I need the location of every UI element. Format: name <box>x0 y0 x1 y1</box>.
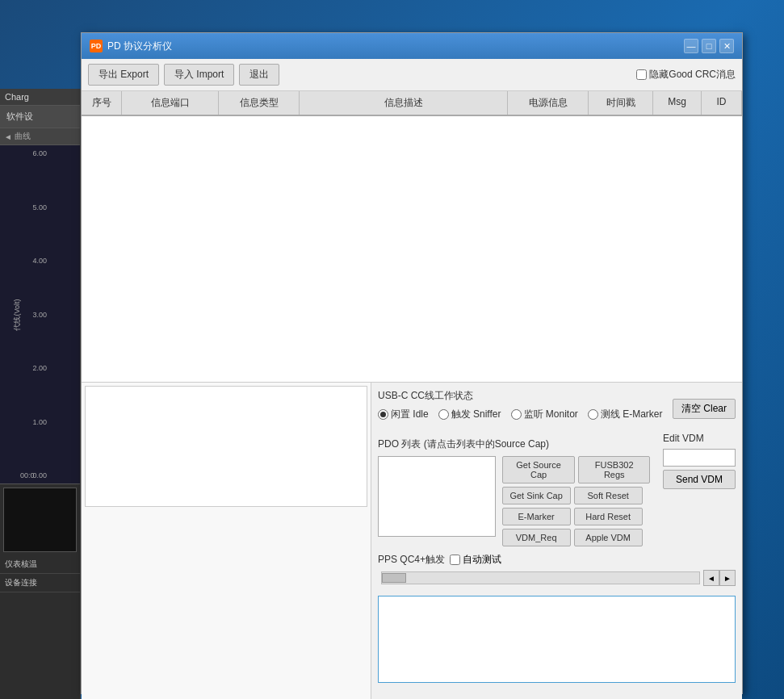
export-button[interactable]: 导出 Export <box>88 64 159 86</box>
vdm-req-button[interactable]: VDM_Req <box>502 529 571 546</box>
col-time: 时间戳 <box>589 91 653 115</box>
hide-good-crc-checkbox[interactable] <box>636 69 647 80</box>
auto-test-checkbox[interactable] <box>450 555 460 565</box>
radio-sniffer[interactable] <box>438 409 449 420</box>
vdm-title: Edit VDM <box>663 433 736 444</box>
maximize-button[interactable]: □ <box>702 39 716 53</box>
col-power: 电源信息 <box>508 91 589 115</box>
usb-status-section: USB-C CC线工作状态 闲置 Idle 触发 Sniffer <box>378 389 673 428</box>
thumbnail <box>3 488 77 552</box>
curve-label: 曲线 <box>15 131 31 142</box>
mode-monitor[interactable]: 监听 Monitor <box>511 408 578 421</box>
hide-good-crc-text: 隐藏Good CRC消息 <box>649 68 736 82</box>
y-labels: 6.00 5.00 4.00 3.00 2.00 1.00 0.00 <box>16 145 48 483</box>
chart-area: 代线(Volt) 6.00 5.00 4.00 3.00 2.00 1.00 0… <box>0 145 80 484</box>
sidebar-tab[interactable]: Charg <box>0 89 80 106</box>
pdo-buttons: Get Source Cap FUSB302 Regs Get Sink Cap… <box>502 456 650 546</box>
pps-title: PPS QC4+触发 <box>378 553 445 567</box>
pps-slider-container[interactable] <box>381 571 700 584</box>
table-area: 序号 信息端口 信息类型 信息描述 电源信息 时间戳 Msg ID <box>82 91 742 382</box>
pdo-btn-row-4: VDM_Req Apple VDM <box>502 529 650 546</box>
usb-status-row: USB-C CC线工作状态 闲置 Idle 触发 Sniffer <box>378 389 736 428</box>
vdm-section: Edit VDM Send VDM <box>663 433 736 489</box>
radio-idle[interactable] <box>378 409 388 420</box>
mode-emarker-label: 测线 E-Marker <box>601 408 663 421</box>
sidebar-tab-label: Charg <box>5 92 29 102</box>
col-id: ID <box>702 91 742 115</box>
toolbar-right: 隐藏Good CRC消息 <box>636 68 736 82</box>
pps-section: PPS QC4+触发 自动测试 <box>378 553 736 567</box>
title-bar: PD PD 协议分析仪 — □ ✕ <box>82 33 742 59</box>
device-connect: 设备连接 <box>0 574 80 592</box>
bottom-panel: USB-C CC线工作状态 闲置 Idle 触发 Sniffer <box>82 382 742 699</box>
prev-button[interactable]: ◄ <box>703 570 719 586</box>
next-button[interactable]: ► <box>719 570 736 586</box>
pdo-list[interactable] <box>378 456 496 537</box>
software-settings-btn[interactable]: 软件设 <box>0 106 80 128</box>
mode-sniffer-label: 触发 Sniffer <box>451 408 501 421</box>
pdo-btn-row-3: E-Marker Hard Reset <box>502 508 650 525</box>
get-sink-cap-button[interactable]: Get Sink Cap <box>502 487 571 504</box>
app-icon: PD <box>90 40 103 52</box>
col-seq: 序号 <box>82 91 122 115</box>
table-header: 序号 信息端口 信息类型 信息描述 电源信息 时间戳 Msg ID <box>82 91 742 116</box>
pdo-section: PDO 列表 (请点击列表中的Source Cap) Get Source Ca… <box>378 437 650 546</box>
clear-button[interactable]: 清空 Clear <box>673 399 736 419</box>
x-label: 00:0 <box>20 471 35 479</box>
hard-reset-button[interactable]: Hard Reset <box>574 508 643 525</box>
mode-sniffer[interactable]: 触发 Sniffer <box>438 408 501 421</box>
curve-section[interactable]: ◄ 曲线 <box>0 128 80 145</box>
pdo-layout: Get Source Cap FUSB302 Regs Get Sink Cap… <box>378 456 650 546</box>
title-bar-left: PD PD 协议分析仪 <box>90 40 172 53</box>
exit-button[interactable]: 退出 <box>239 64 279 86</box>
main-window: PD PD 协议分析仪 — □ ✕ 导出 Export 导入 Import 退出… <box>81 32 743 694</box>
import-button[interactable]: 导入 Import <box>164 64 234 86</box>
get-source-cap-button[interactable]: Get Source Cap <box>502 456 576 483</box>
radio-emarker[interactable] <box>588 409 598 420</box>
mode-idle-label: 闲置 Idle <box>391 408 429 421</box>
col-msg: Msg <box>653 91 702 115</box>
emarker-button[interactable]: E-Marker <box>502 508 571 525</box>
pdo-vdm-row: PDO 列表 (请点击列表中的Source Cap) Get Source Ca… <box>378 433 736 546</box>
radio-monitor[interactable] <box>511 409 522 420</box>
pdo-btn-row-2: Get Sink Cap Soft Reset <box>502 487 650 504</box>
sidebar: Charg 软件设 ◄ 曲线 代线(Volt) 6.00 5.00 4.00 3… <box>0 89 81 699</box>
table-body <box>82 116 742 382</box>
instrument-temp: 仪表核温 <box>0 555 80 574</box>
waveform-panel <box>82 383 371 699</box>
window-title: PD 协议分析仪 <box>107 40 172 53</box>
col-desc: 信息描述 <box>300 91 508 115</box>
send-vdm-button[interactable]: Send VDM <box>663 470 736 489</box>
col-type: 信息类型 <box>219 91 300 115</box>
col-port: 信息端口 <box>122 91 219 115</box>
usb-status-title: USB-C CC线工作状态 <box>378 389 673 403</box>
title-bar-controls: — □ ✕ <box>684 39 734 53</box>
auto-test-label[interactable]: 自动测试 <box>450 553 501 567</box>
auto-test-text: 自动测试 <box>463 553 501 567</box>
text-output[interactable] <box>378 596 736 683</box>
mode-emarker[interactable]: 测线 E-Marker <box>588 408 663 421</box>
mode-radio-group: 闲置 Idle 触发 Sniffer 监听 Monitor <box>378 408 673 421</box>
soft-reset-button[interactable]: Soft Reset <box>574 487 643 504</box>
apple-vdm-button[interactable]: Apple VDM <box>574 529 643 546</box>
pdo-title: PDO 列表 (请点击列表中的Source Cap) <box>378 437 650 451</box>
fusb302-regs-button[interactable]: FUSB302 Regs <box>578 456 650 483</box>
toolbar: 导出 Export 导入 Import 退出 隐藏Good CRC消息 <box>82 59 742 91</box>
mode-idle[interactable]: 闲置 Idle <box>378 408 429 421</box>
slider-row: ◄ ► <box>378 570 736 586</box>
desktop: Charg 软件设 ◄ 曲线 代线(Volt) 6.00 5.00 4.00 3… <box>0 0 784 699</box>
mode-monitor-label: 监听 Monitor <box>524 408 578 421</box>
pdo-btn-row-1: Get Source Cap FUSB302 Regs <box>502 456 650 483</box>
vdm-input[interactable] <box>663 449 736 467</box>
pps-slider-thumb[interactable] <box>382 573 406 583</box>
waveform-inner <box>85 386 367 507</box>
hide-good-crc-label[interactable]: 隐藏Good CRC消息 <box>636 68 736 82</box>
close-button[interactable]: ✕ <box>719 39 734 53</box>
minimize-button[interactable]: — <box>684 39 698 53</box>
collapse-icon: ◄ <box>4 132 12 141</box>
right-panel: USB-C CC线工作状态 闲置 Idle 触发 Sniffer <box>371 383 742 699</box>
